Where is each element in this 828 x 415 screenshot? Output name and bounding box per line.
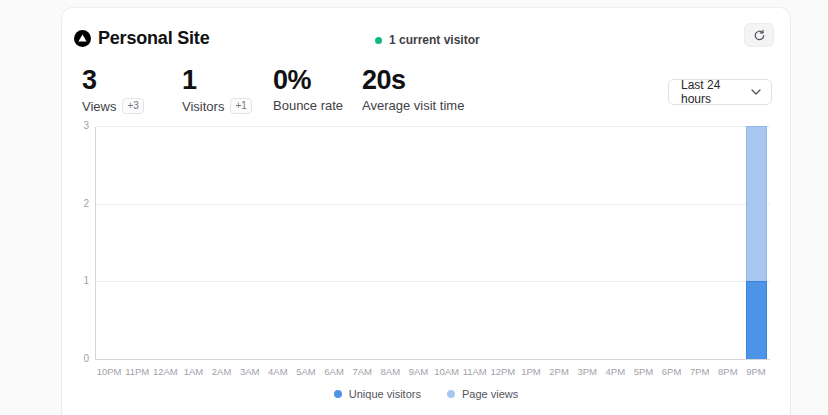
legend-label: Unique visitors xyxy=(349,388,421,400)
stat-bounce-rate: 0% Bounce rate xyxy=(273,65,343,113)
stat-label: Bounce rate xyxy=(273,98,343,113)
x-tick-label: 7AM xyxy=(348,366,376,377)
y-tick-label: 3 xyxy=(69,120,89,131)
x-tick-label: 6AM xyxy=(320,366,348,377)
stat-views: 3 Views +3 xyxy=(82,65,144,114)
stat-value: 1 xyxy=(182,65,252,95)
x-tick-label: 9AM xyxy=(404,366,432,377)
refresh-icon xyxy=(753,29,766,42)
x-tick-label: 5PM xyxy=(629,366,657,377)
x-tick-label: 11AM xyxy=(461,366,489,377)
refresh-button[interactable] xyxy=(744,23,774,47)
x-tick-label: 1PM xyxy=(517,366,545,377)
x-tick-label: 2PM xyxy=(545,366,573,377)
stat-avg-visit-time: 20s Average visit time xyxy=(362,65,464,113)
chart-plot: 0123 xyxy=(95,127,770,360)
live-dot-icon xyxy=(375,37,382,44)
site-logo-icon xyxy=(74,30,91,47)
x-tick-label: 8PM xyxy=(714,366,742,377)
legend-item-page-views: Page views xyxy=(447,388,518,400)
page-views-dot-icon xyxy=(447,390,455,398)
stat-label: Average visit time xyxy=(362,98,464,113)
gridline xyxy=(96,204,770,205)
time-range-value: Last 24 hours xyxy=(681,78,751,106)
x-tick-label: 5AM xyxy=(292,366,320,377)
x-tick-label: 12AM xyxy=(151,366,179,377)
x-tick-label: 9PM xyxy=(742,366,770,377)
stat-visitors: 1 Visitors +1 xyxy=(182,65,252,114)
gridline xyxy=(96,281,770,282)
y-tick-label: 2 xyxy=(69,198,89,209)
page-title: Personal Site xyxy=(98,28,209,49)
chart-legend: Unique visitors Page views xyxy=(62,388,790,400)
stat-value: 20s xyxy=(362,65,464,95)
x-axis-labels: 10PM11PM12AM1AM2AM3AM4AM5AM6AM7AM8AM9AM1… xyxy=(95,366,770,377)
bar-unique-visitors[interactable] xyxy=(746,281,767,359)
y-tick-label: 0 xyxy=(69,353,89,364)
stat-delta-badge: +3 xyxy=(122,98,143,114)
x-tick-label: 10PM xyxy=(95,366,123,377)
x-tick-label: 6PM xyxy=(658,366,686,377)
x-tick-label: 2AM xyxy=(208,366,236,377)
x-tick-label: 4AM xyxy=(264,366,292,377)
legend-label: Page views xyxy=(462,388,518,400)
x-tick-label: 1AM xyxy=(179,366,207,377)
unique-visitors-dot-icon xyxy=(334,390,342,398)
x-tick-label: 10AM xyxy=(433,366,461,377)
stat-value: 0% xyxy=(273,65,343,95)
x-tick-label: 3AM xyxy=(236,366,264,377)
x-tick-label: 11PM xyxy=(123,366,151,377)
x-tick-label: 3PM xyxy=(573,366,601,377)
site-header: Personal Site xyxy=(74,28,209,49)
stat-value: 3 xyxy=(82,65,144,95)
time-range-select[interactable]: Last 24 hours xyxy=(668,79,772,105)
analytics-card: Personal Site 1 current visitor 3 Views … xyxy=(62,8,790,415)
x-tick-label: 7PM xyxy=(686,366,714,377)
gridline xyxy=(96,126,770,127)
current-visitors-label: 1 current visitor xyxy=(389,33,480,47)
x-tick-label: 4PM xyxy=(601,366,629,377)
x-tick-label: 12PM xyxy=(489,366,517,377)
stat-label: Views xyxy=(82,99,116,114)
current-visitors-indicator: 1 current visitor xyxy=(375,33,480,47)
chevron-down-icon xyxy=(751,89,761,95)
legend-item-unique-visitors: Unique visitors xyxy=(334,388,421,400)
stat-delta-badge: +1 xyxy=(230,98,251,114)
x-tick-label: 8AM xyxy=(376,366,404,377)
stat-label: Visitors xyxy=(182,99,224,114)
y-tick-label: 1 xyxy=(69,275,89,286)
